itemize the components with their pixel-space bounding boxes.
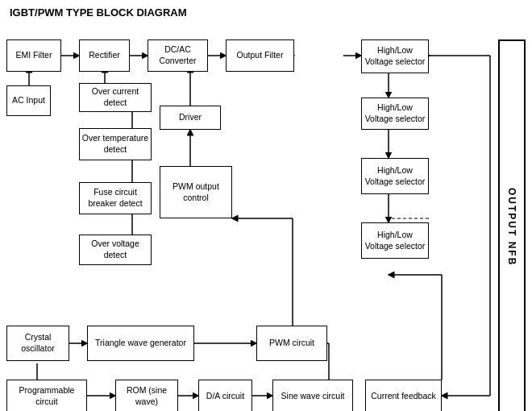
fuse-circuit-box: Fuse circuit breaker detect [79, 182, 152, 214]
diagram-wrapper: IGBT/PWM TYPE BLOCK DIAGRAM [0, 0, 532, 411]
crystal-osc-box: Crystal oscillator [6, 326, 69, 361]
emi-filter-box: EMI Filter [6, 39, 61, 72]
current-feedback-box: Current feedback [365, 380, 442, 411]
programmable-box: Programmable circuit [6, 380, 87, 411]
over-current-box: Over current detect [79, 83, 152, 112]
pwm-output-box: PWM output control [160, 166, 232, 218]
output-nfb-box: OUTPUT NFB [498, 39, 526, 411]
over-temp-box: Over temperature detect [79, 128, 152, 160]
rom-box: ROM (sine wave) [115, 380, 178, 411]
over-voltage-box: Over voltage detect [79, 235, 152, 265]
high-low-1-box: High/Low Voltage selector [361, 39, 429, 73]
output-filter-box: Output Filter [226, 39, 294, 72]
high-low-2-box: High/Low Voltage selector [361, 98, 429, 130]
block-area: EMI Filter Rectifier DC/AC Converter Out… [6, 25, 526, 404]
high-low-4-box: High/Low Voltage selector [361, 222, 429, 259]
high-low-3-box: High/Low Voltage selector [361, 158, 429, 194]
sine-wave-box: Sine wave circuit [272, 380, 353, 411]
triangle-wave-box: Triangle wave generator [87, 326, 194, 361]
pwm-circuit-box: PWM circuit [256, 326, 327, 361]
driver-box: Driver [160, 106, 221, 130]
ac-input-box: AC Input [6, 85, 51, 116]
da-circuit-box: D/A circuit [198, 380, 252, 411]
dc-ac-box: DC/AC Converter [148, 39, 208, 72]
diagram-title: IGBT/PWM TYPE BLOCK DIAGRAM [6, 6, 526, 19]
rectifier-box: Rectifier [79, 39, 130, 72]
